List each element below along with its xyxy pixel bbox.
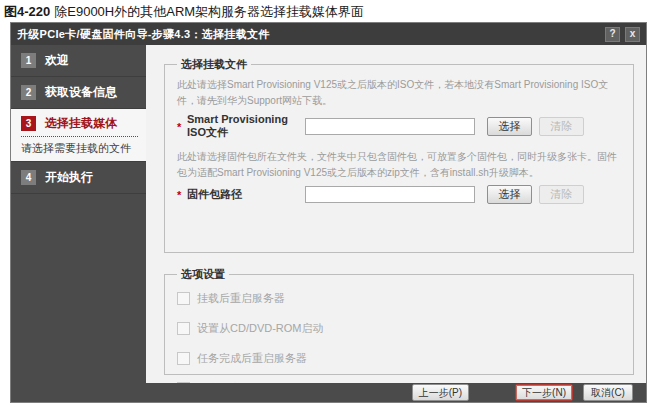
iso-file-label: Smart Provisioning ISO文件 [187,113,305,140]
figure-caption: 图4-220除E9000H外的其他ARM架构服务器选择挂载媒体界面 [4,3,364,21]
restart-after-mount-label: 挂载后重启服务器 [197,291,285,306]
wizard-content-panel: 选择挂载文件 此处请选择Smart Provisioning V125或之后版本… [146,45,646,383]
options-group-legend: 选项设置 [177,267,229,282]
step-number-badge: 2 [21,85,36,100]
dialog-titlebar: 升级PCIe卡/硬盘固件向导-步骤4.3：选择挂载文件 ? x [11,23,646,45]
restart-after-task-label: 任务完成后重启服务器 [197,351,307,366]
close-icon[interactable]: x [625,27,640,42]
dialog-footer: 上一步(P) 下一步(N) 取消(C) [11,383,646,402]
iso-hint-text: 此处请选择Smart Provisioning V125或之后版本的ISO文件，… [177,77,623,108]
upgrade-wizard-dialog: 升级PCIe卡/硬盘固件向导-步骤4.3：选择挂载文件 ? x 1 欢迎 2 获… [10,22,647,403]
digital-signature-row: 数字签名校验 [177,381,623,383]
iso-clear-button: 清除 [539,117,584,136]
active-step-subtitle: 请选择需要挂载的文件 [21,141,138,156]
cancel-button[interactable]: 取消(C) [583,384,633,401]
figure-title: 除E9000H外的其他ARM架构服务器选择挂载媒体界面 [54,4,364,19]
firmware-hint-text: 此处请选择固件包所在文件夹，文件夹中只包含固件包，可放置多个固件包，同时升级多张… [177,149,623,180]
active-step-divider [21,136,138,137]
firmware-path-input[interactable] [305,186,475,203]
restart-after-mount-checkbox [177,292,190,305]
restart-after-task-checkbox [177,352,190,365]
step-get-device-info[interactable]: 2 获取设备信息 [11,77,146,109]
step-start-execution[interactable]: 4 开始执行 [11,162,146,194]
dialog-title: 升级PCIe卡/硬盘固件向导-步骤4.3：选择挂载文件 [17,27,600,42]
step-label: 开始执行 [45,169,93,186]
option-settings-group: 选项设置 挂载后重启服务器 设置从CD/DVD-ROM启动 任务完成后重启服务器… [164,267,634,375]
select-mount-file-group: 选择挂载文件 此处请选择Smart Provisioning V125或之后版本… [164,57,634,253]
help-icon[interactable]: ? [605,27,620,42]
boot-from-cdrom-checkbox [177,322,190,335]
step-number-badge: 3 [21,116,36,131]
digital-signature-checkbox [177,382,190,383]
firmware-select-button[interactable]: 选择 [487,185,532,204]
restart-after-task-row: 任务完成后重启服务器 [177,351,623,366]
step-select-mount-media[interactable]: 3 选择挂载媒体 请选择需要挂载的文件 [11,109,146,162]
wizard-steps-sidebar: 1 欢迎 2 获取设备信息 3 选择挂载媒体 请选择需要挂载的文件 4 开始执行 [11,45,146,383]
next-button[interactable]: 下一步(N) [515,384,573,401]
step-label-active: 选择挂载媒体 [45,115,117,132]
step-welcome[interactable]: 1 欢迎 [11,45,146,77]
previous-button[interactable]: 上一步(P) [412,384,469,401]
required-mark: * [177,121,187,133]
required-mark: * [177,189,187,201]
iso-file-field-row: * Smart Provisioning ISO文件 选择 清除 [177,113,623,140]
mount-group-legend: 选择挂载文件 [177,57,251,72]
step-label: 获取设备信息 [45,84,117,101]
iso-select-button[interactable]: 选择 [487,117,532,136]
boot-from-cdrom-row: 设置从CD/DVD-ROM启动 [177,321,623,336]
step-number-badge: 4 [21,170,36,185]
digital-signature-label: 数字签名校验 [197,381,263,383]
boot-from-cdrom-label: 设置从CD/DVD-ROM启动 [197,321,324,336]
figure-number: 图4-220 [4,4,50,19]
restart-after-mount-row: 挂载后重启服务器 [177,291,623,306]
firmware-path-label: 固件包路径 [187,187,305,202]
firmware-path-field-row: * 固件包路径 选择 清除 [177,185,623,204]
step-number-badge: 1 [21,53,36,68]
firmware-clear-button: 清除 [539,185,584,204]
step-label: 欢迎 [45,52,69,69]
dialog-body: 1 欢迎 2 获取设备信息 3 选择挂载媒体 请选择需要挂载的文件 4 开始执行 [11,45,646,383]
iso-file-input[interactable] [305,118,475,135]
